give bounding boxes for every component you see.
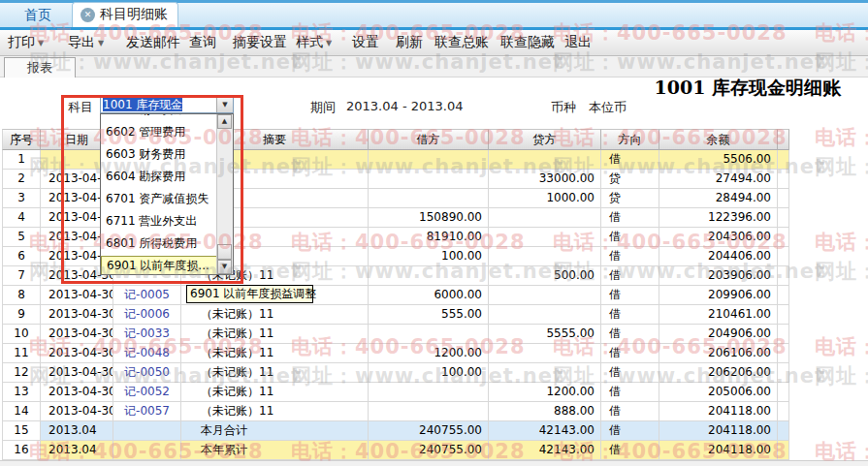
toolbar-button-query[interactable]: 查询 (189, 34, 216, 51)
dropdown-item[interactable]: 6604 勘探费用 (101, 166, 217, 188)
cell-debit: 6000.00 (369, 286, 489, 305)
cell-summary: （未记账）11 (181, 344, 369, 363)
cell-extra (778, 325, 789, 344)
cell-direction: 借 (601, 402, 659, 421)
cell-direction: 借 (601, 441, 659, 460)
cell-voucher[interactable]: 记-0048 (113, 344, 181, 363)
cell-direction: 贷 (601, 189, 659, 208)
cell-direction: 借 (601, 344, 659, 363)
header-cell-extra (778, 129, 789, 150)
tab-subject-detail-ledger[interactable]: ✕ 科目明细账 (72, 2, 178, 27)
cell-summary: （未记账）11 (181, 305, 369, 325)
cell-balance: 210461.00 (659, 305, 778, 325)
subject-combobox[interactable]: 1001 库存现金 ▼ (100, 96, 234, 113)
cell-credit: 1200.00 (489, 383, 601, 402)
cell-credit (489, 247, 601, 266)
cell-voucher[interactable]: 记-0057 (113, 402, 181, 421)
dropdown-item[interactable]: 6701 资产减值损失 (101, 188, 217, 210)
toolbar-button-exit[interactable]: 退出 (564, 34, 592, 51)
cell-debit (369, 189, 489, 208)
toolbar-button-refresh[interactable]: 刷新 (396, 34, 423, 51)
toolbar-button-style[interactable]: 样式▼ (296, 34, 332, 51)
subject-dropdown-list: 6601 销售费用6602 管理费用6603 财务费用6604 勘探费用6701… (100, 113, 234, 275)
cell-credit: 42143.00 (489, 441, 601, 460)
page-title: 1001 库存现金明细账 (655, 76, 842, 101)
content-area: 1001 库存现金明细账 科目 1001 库存现金 ▼ 期间 2013.04 -… (0, 78, 868, 466)
dropdown-item[interactable]: 6901 以前年度损... (101, 256, 217, 274)
table-footer-strip (0, 460, 868, 466)
cell-voucher[interactable]: 记-0006 (113, 305, 181, 325)
cell-extra (778, 305, 789, 325)
table-row[interactable]: 112013-04-30记-0048（未记账）111200.00借206106.… (2, 344, 789, 363)
cell-balance: 204118.00 (659, 441, 778, 460)
scroll-up-icon[interactable]: ▲ (217, 114, 232, 129)
toolbar-button-send-email[interactable]: 发送邮件 (126, 34, 180, 51)
cell-serial: 8 (2, 286, 41, 305)
cell-debit: 240755.00 (369, 441, 489, 460)
cell-credit: 1000.00 (489, 189, 601, 208)
cell-credit: 5555.00 (489, 325, 601, 344)
toolbar-button-settings[interactable]: 设置 (352, 34, 379, 51)
cell-extra (778, 421, 789, 441)
scroll-down-icon[interactable]: ▼ (217, 260, 232, 274)
cell-balance: 209906.00 (659, 286, 778, 305)
dropdown-scrollbar[interactable]: ▲ ▼ (216, 114, 233, 274)
toolbar-button-summary-settings[interactable]: 摘要设置 (233, 34, 287, 51)
cell-serial: 9 (2, 305, 41, 325)
dropdown-item[interactable]: 6603 财务费用 (101, 143, 217, 166)
scrollbar-thumb[interactable] (217, 244, 232, 260)
tab-report[interactable]: 报表 (4, 57, 76, 78)
cell-date: 2013-04-30 (41, 402, 113, 421)
cell-debit (369, 325, 489, 344)
cell-date: 2013-04-30 (41, 305, 113, 325)
cell-extra (778, 150, 789, 170)
cell-summary: 本月合计 (181, 421, 369, 441)
cell-balance: 203906.00 (659, 266, 778, 286)
cell-debit (369, 266, 489, 286)
cell-summary: （未记账）11 (181, 402, 369, 421)
cell-summary: （未记账）11 (181, 363, 369, 383)
cell-voucher[interactable]: 记-0052 (113, 383, 181, 402)
table-row[interactable]: 102013-04-30记-0033（未记账）115555.00借204906.… (2, 325, 789, 344)
cell-balance: 206106.00 (659, 344, 778, 363)
table-row[interactable]: 152013.04本月合计240755.0042143.00借204118.00 (2, 421, 789, 441)
table-row[interactable]: 82013-04-30记-00056000.00借209906.00 (2, 286, 789, 305)
table-row[interactable]: 122013-04-30记-0050（未记账）11100.00借206206.0… (2, 363, 789, 383)
cell-direction: 贷 (601, 170, 659, 189)
cell-serial: 11 (2, 344, 41, 363)
dropdown-item[interactable]: 6711 营业外支出 (101, 210, 217, 233)
cell-balance: 206206.00 (659, 363, 778, 383)
cell-balance: 204118.00 (659, 402, 778, 421)
table-row[interactable]: 132013-04-30记-0052（未记账）111200.00借205006.… (2, 383, 789, 402)
toolbar-button-export[interactable]: 导出▼ (68, 34, 104, 51)
dropdown-item[interactable]: 6602 管理费用 (101, 121, 217, 143)
cell-credit (489, 286, 601, 305)
cell-voucher[interactable]: 记-0005 (113, 286, 181, 305)
header-cell-serial: 序号 (2, 129, 41, 150)
cell-debit: 240755.00 (369, 421, 489, 441)
cell-voucher[interactable]: 记-0050 (113, 363, 181, 383)
toolbar-button-label: 刷新 (396, 34, 423, 51)
cell-serial: 7 (2, 266, 41, 286)
table-row[interactable]: 92013-04-30记-0006（未记账）11555.00借210461.00 (2, 305, 789, 325)
cell-direction: 借 (601, 305, 659, 325)
table-row[interactable]: 162013.04本年累计240755.0042143.00借204118.00 (2, 441, 789, 460)
cell-date: 2013-04-30 (41, 325, 113, 344)
tab-home[interactable]: 首页 (16, 4, 60, 27)
toolbar-button-print[interactable]: 打印▼ (8, 34, 44, 51)
cell-debit (369, 402, 489, 421)
chevron-down-icon: ▼ (326, 39, 332, 47)
cell-balance: 205006.00 (659, 383, 778, 402)
chevron-down-icon[interactable]: ▼ (216, 97, 233, 112)
cell-balance: 5506.00 (659, 150, 778, 170)
close-icon[interactable]: ✕ (80, 8, 95, 22)
dropdown-item[interactable]: 6801 所得税费用 (101, 233, 217, 255)
toolbar-button-linked-hidden[interactable]: 联查隐藏 (500, 34, 555, 51)
table-row[interactable]: 142013-04-30记-0057（未记账）11888.00借204118.0… (2, 402, 789, 421)
cell-debit: 150890.00 (369, 208, 489, 228)
cell-serial: 4 (2, 208, 41, 228)
toolbar-button-linked-general-ledger[interactable]: 联查总账 (434, 34, 489, 51)
cell-voucher[interactable]: 记-0033 (113, 325, 181, 344)
cell-serial: 3 (2, 189, 41, 208)
dropdown-item[interactable]: 6601 销售费用 (101, 114, 217, 121)
